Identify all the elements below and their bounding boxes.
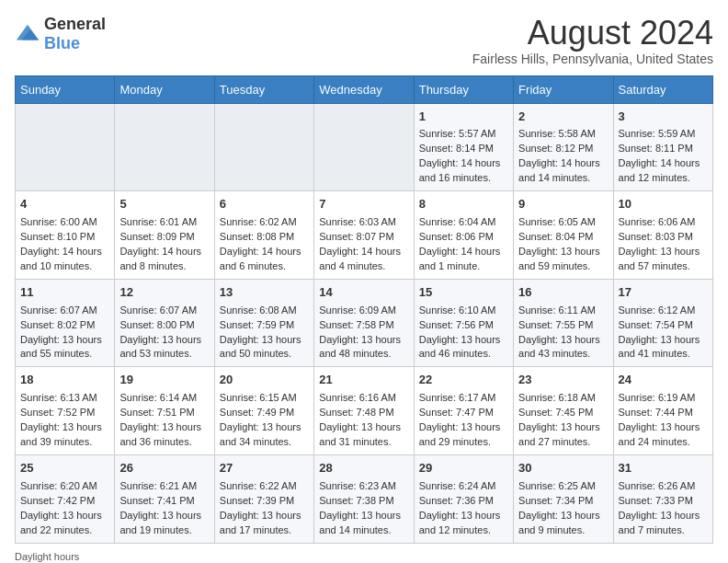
day-cell: 16Sunrise: 6:11 AMSunset: 7:55 PMDayligh… (514, 279, 613, 367)
day-info: Sunrise: 6:06 AMSunset: 8:03 PMDaylight:… (619, 216, 700, 271)
day-header-thursday: Thursday (414, 75, 513, 103)
day-info: Sunrise: 6:15 AMSunset: 7:49 PMDaylight:… (220, 392, 301, 447)
day-info: Sunrise: 6:13 AMSunset: 7:52 PMDaylight:… (20, 392, 102, 447)
day-cell: 20Sunrise: 6:15 AMSunset: 7:49 PMDayligh… (214, 367, 313, 455)
day-info: Sunrise: 6:08 AMSunset: 7:59 PMDaylight:… (220, 304, 301, 360)
day-info: Sunrise: 6:03 AMSunset: 8:07 PMDaylight:… (319, 216, 401, 271)
day-number: 31 (619, 460, 708, 477)
week-row-2: 4Sunrise: 6:00 AMSunset: 8:10 PMDaylight… (16, 191, 713, 280)
day-info: Sunrise: 6:11 AMSunset: 7:55 PMDaylight:… (518, 304, 600, 360)
day-number: 3 (619, 109, 708, 126)
day-number: 20 (220, 372, 309, 389)
day-number: 10 (619, 196, 708, 213)
day-number: 5 (119, 196, 209, 213)
day-cell: 1Sunrise: 5:57 AMSunset: 8:14 PMDaylight… (414, 103, 513, 191)
day-info: Sunrise: 6:14 AMSunset: 7:51 PMDaylight:… (119, 392, 201, 447)
daylight-label: Daylight hours (15, 551, 79, 562)
calendar-footer: Daylight hours (15, 551, 713, 562)
day-number: 27 (220, 460, 309, 477)
day-cell: 18Sunrise: 6:13 AMSunset: 7:52 PMDayligh… (16, 367, 115, 455)
logo-blue: Blue (44, 34, 80, 52)
day-info: Sunrise: 6:01 AMSunset: 8:09 PMDaylight:… (119, 216, 201, 271)
day-cell: 26Sunrise: 6:21 AMSunset: 7:41 PMDayligh… (115, 454, 214, 543)
day-number: 22 (419, 372, 508, 389)
day-cell: 28Sunrise: 6:23 AMSunset: 7:38 PMDayligh… (314, 454, 414, 543)
day-cell: 12Sunrise: 6:07 AMSunset: 8:00 PMDayligh… (115, 279, 214, 367)
day-number: 24 (619, 372, 708, 389)
day-cell: 27Sunrise: 6:22 AMSunset: 7:39 PMDayligh… (214, 454, 313, 543)
week-row-3: 11Sunrise: 6:07 AMSunset: 8:02 PMDayligh… (16, 279, 713, 367)
header-row: SundayMondayTuesdayWednesdayThursdayFrid… (16, 75, 713, 103)
day-info: Sunrise: 6:25 AMSunset: 7:34 PMDaylight:… (518, 480, 600, 535)
day-info: Sunrise: 6:23 AMSunset: 7:38 PMDaylight:… (319, 480, 401, 535)
day-number: 14 (319, 284, 408, 302)
day-info: Sunrise: 6:04 AMSunset: 8:06 PMDaylight:… (419, 216, 501, 271)
day-cell: 30Sunrise: 6:25 AMSunset: 7:34 PMDayligh… (514, 454, 613, 543)
calendar-header: SundayMondayTuesdayWednesdayThursdayFrid… (16, 75, 713, 103)
week-row-4: 18Sunrise: 6:13 AMSunset: 7:52 PMDayligh… (16, 367, 713, 455)
day-info: Sunrise: 6:17 AMSunset: 7:47 PMDaylight:… (419, 392, 501, 447)
day-cell (115, 103, 214, 191)
day-cell: 31Sunrise: 6:26 AMSunset: 7:33 PMDayligh… (613, 454, 712, 543)
day-cell: 5Sunrise: 6:01 AMSunset: 8:09 PMDaylight… (115, 191, 214, 280)
day-number: 7 (319, 196, 408, 213)
day-info: Sunrise: 6:02 AMSunset: 8:08 PMDaylight:… (220, 216, 301, 271)
day-info: Sunrise: 6:09 AMSunset: 7:58 PMDaylight:… (319, 304, 401, 360)
day-info: Sunrise: 6:07 AMSunset: 8:02 PMDaylight:… (20, 304, 102, 360)
logo-icon (15, 21, 40, 47)
day-number: 17 (619, 284, 708, 302)
day-cell: 6Sunrise: 6:02 AMSunset: 8:08 PMDaylight… (214, 191, 313, 280)
day-info: Sunrise: 6:07 AMSunset: 8:00 PMDaylight:… (119, 304, 201, 360)
day-cell: 7Sunrise: 6:03 AMSunset: 8:07 PMDaylight… (314, 191, 414, 280)
day-cell: 10Sunrise: 6:06 AMSunset: 8:03 PMDayligh… (613, 191, 712, 280)
day-number: 13 (220, 284, 309, 302)
day-number: 11 (20, 284, 109, 302)
day-cell: 11Sunrise: 6:07 AMSunset: 8:02 PMDayligh… (16, 279, 115, 367)
day-number: 1 (419, 109, 508, 126)
week-row-1: 1Sunrise: 5:57 AMSunset: 8:14 PMDaylight… (16, 103, 713, 191)
day-cell: 22Sunrise: 6:17 AMSunset: 7:47 PMDayligh… (414, 367, 513, 455)
day-cell: 23Sunrise: 6:18 AMSunset: 7:45 PMDayligh… (514, 367, 613, 455)
day-cell (16, 103, 115, 191)
day-header-sunday: Sunday (16, 75, 115, 103)
day-cell: 3Sunrise: 5:59 AMSunset: 8:11 PMDaylight… (613, 103, 712, 191)
day-header-saturday: Saturday (613, 75, 712, 103)
day-header-tuesday: Tuesday (214, 75, 313, 103)
day-info: Sunrise: 6:26 AMSunset: 7:33 PMDaylight:… (619, 480, 700, 535)
day-number: 28 (319, 460, 408, 477)
day-number: 4 (20, 196, 109, 213)
day-cell: 19Sunrise: 6:14 AMSunset: 7:51 PMDayligh… (115, 367, 214, 455)
calendar-subtitle: Fairless Hills, Pennsylvania, United Sta… (472, 52, 713, 66)
day-number: 8 (419, 196, 508, 213)
day-number: 30 (518, 460, 608, 477)
day-info: Sunrise: 5:58 AMSunset: 8:12 PMDaylight:… (518, 128, 600, 183)
day-info: Sunrise: 6:20 AMSunset: 7:42 PMDaylight:… (20, 480, 102, 535)
day-cell (214, 103, 313, 191)
day-info: Sunrise: 6:16 AMSunset: 7:48 PMDaylight:… (319, 392, 401, 447)
day-number: 6 (220, 196, 309, 213)
logo-text: General Blue (44, 15, 106, 53)
day-info: Sunrise: 6:00 AMSunset: 8:10 PMDaylight:… (20, 216, 102, 271)
day-cell: 4Sunrise: 6:00 AMSunset: 8:10 PMDaylight… (16, 191, 115, 280)
day-cell: 17Sunrise: 6:12 AMSunset: 7:54 PMDayligh… (613, 279, 712, 367)
day-info: Sunrise: 5:57 AMSunset: 8:14 PMDaylight:… (419, 128, 501, 183)
day-info: Sunrise: 6:10 AMSunset: 7:56 PMDaylight:… (419, 304, 501, 360)
calendar-body: 1Sunrise: 5:57 AMSunset: 8:14 PMDaylight… (16, 103, 713, 543)
day-number: 26 (119, 460, 209, 477)
day-number: 23 (518, 372, 608, 389)
day-cell: 9Sunrise: 6:05 AMSunset: 8:04 PMDaylight… (514, 191, 613, 280)
day-number: 9 (518, 196, 608, 213)
logo-general: General (44, 15, 106, 33)
day-number: 2 (518, 109, 608, 126)
day-number: 21 (319, 372, 408, 389)
day-info: Sunrise: 6:18 AMSunset: 7:45 PMDaylight:… (518, 392, 600, 447)
day-info: Sunrise: 6:12 AMSunset: 7:54 PMDaylight:… (619, 304, 700, 360)
day-header-friday: Friday (514, 75, 613, 103)
day-number: 12 (119, 284, 209, 302)
day-cell: 8Sunrise: 6:04 AMSunset: 8:06 PMDaylight… (414, 191, 513, 280)
day-number: 16 (518, 284, 608, 302)
day-info: Sunrise: 5:59 AMSunset: 8:11 PMDaylight:… (619, 128, 700, 183)
day-info: Sunrise: 6:21 AMSunset: 7:41 PMDaylight:… (119, 480, 201, 535)
day-header-monday: Monday (115, 75, 214, 103)
day-cell: 15Sunrise: 6:10 AMSunset: 7:56 PMDayligh… (414, 279, 513, 367)
